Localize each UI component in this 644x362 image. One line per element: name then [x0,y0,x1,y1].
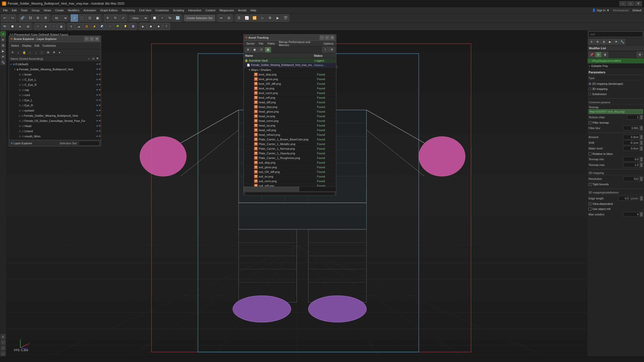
curve-editor-button[interactable]: 📈 [243,14,250,22]
sign-in-button[interactable]: 👤 Sign In ▼ [590,9,612,12]
scene-item-ceye-l[interactable]: ◎◎ C_Eye_L ❄👁 [9,77,101,82]
t2-btn13[interactable]: 🔮 [129,23,137,30]
display-btn[interactable]: 👁 [1,54,6,59]
texture-chan-down[interactable]: ▼ [640,117,643,120]
select-region-button[interactable]: ⬚ [78,14,86,22]
type-3d-radio[interactable] [589,88,591,90]
asset-menu-options[interactable]: Options [322,41,335,46]
asset-row-item[interactable]: 🖼 head_ior.png Found [244,114,336,119]
tight-bounds-checkbox[interactable] [589,183,591,186]
render-setup-button[interactable]: ⚙ [266,14,274,22]
menu-edit[interactable]: Edit [10,7,19,13]
amount-spinner[interactable]: ▲ ▼ [640,135,643,139]
motion-btn[interactable]: ▶ [1,48,6,54]
edge-length-input[interactable] [618,196,630,201]
scene-item-female-us[interactable]: ◎◎ Female_US_Soldier_Camouflage_Neutral_… [9,118,101,123]
scene-item-mouth[interactable]: ◎◎ mouth_Wom ❄👁 [9,134,101,139]
hierarchy-btn[interactable]: ⊞ [1,43,6,48]
t2-btn6[interactable]: ☁ [75,23,83,30]
asset-tb-btn1[interactable]: ⊞ [245,47,251,53]
use-object-mtl-row[interactable]: Use object mtl [589,207,643,211]
asset-row-vault[interactable]: 🔒 Autodesk Vault Logged... [244,58,336,63]
menu-scripting[interactable]: Scripting [171,7,186,13]
asset-settings-btn[interactable]: ⚙ [329,47,335,53]
obj-type4-button[interactable]: ▦ [58,23,65,30]
asset-menu-paths[interactable]: Paths [266,41,276,46]
menu-animation[interactable]: Animation [81,7,98,13]
type-2d-radio[interactable] [589,82,591,85]
asset-tb-btn3[interactable]: ⊡ [258,47,264,53]
water-level-spinner[interactable]: ▲ ▼ [640,146,643,151]
asset-row-item[interactable]: 🖼 boot_refl.png Found [244,95,336,100]
asset-scrollbar[interactable] [244,187,299,191]
scene-tb-up[interactable]: ↑ [27,50,33,55]
utilities-cmd-btn[interactable]: 🔧 [619,39,625,45]
menu-arnold[interactable]: Arnold [236,7,248,13]
amount-input[interactable] [623,135,640,139]
asset-row-item[interactable]: 🖼 suit_GR_diff.png Found [244,170,336,174]
filter-blur-up[interactable]: ▲ [640,126,643,128]
link-button[interactable]: 🔗 [19,14,26,22]
relative-bbox-checkbox[interactable] [589,153,591,155]
filter-blur-input[interactable] [623,126,640,130]
type-2d-row[interactable]: 2D mapping (landscape) [589,81,643,86]
texmap-max-down[interactable]: ▼ [640,165,643,167]
scene-item-eye-l[interactable]: ◎◎ Eye_L ❄👁 [9,98,101,103]
texmap-min-input[interactable] [623,157,640,162]
shift-input[interactable] [623,140,640,145]
asset-row-item[interactable]: 🖼 Plate_Carrier_1_Roughness.png Found [244,156,336,160]
filter-texmap-row[interactable]: Filter texmap [589,120,643,125]
asset-row-item[interactable]: 🖼 suit_disp.png Found [244,160,336,165]
menu-graph-editors[interactable]: Graph Editors [98,7,120,13]
restore-button[interactable]: □ [627,1,634,6]
scene-tb-show[interactable]: ⊞ [45,50,51,55]
layer-mgr-button[interactable]: ☰ [235,14,243,22]
close-button[interactable]: ✕ [635,1,642,6]
asset-row-item[interactable]: 🖼 boot_disp.png Found [244,72,336,77]
asset-tb-btn2[interactable]: ▣ [251,47,258,53]
select-button[interactable]: ⊹ [71,14,78,22]
t2-btn10[interactable]: ☃ [106,23,113,30]
asset-row-item[interactable]: 🖼 head_op.png Found [244,123,336,128]
max-subdivs-down[interactable]: ▼ [640,214,643,217]
asset-row-item[interactable]: 🖼 Plate_Carrier_1_Brown_BaseColor.png Fo… [244,137,336,142]
asset-row-item[interactable]: 🖼 boot_gloss.png Found [244,77,336,81]
asset-row-item[interactable]: 🖼 head_disp.png Found [244,105,336,109]
scene-item-eyelash[interactable]: ◎◎ eyelash ❄👁 [9,108,101,113]
create-selection-set-button[interactable]: Create Selection Set [184,15,215,21]
sel-filter3-button[interactable]: ◈ [17,23,24,30]
poly-btn[interactable]: ▪ [1,351,6,356]
bind-button[interactable]: ⚙ [34,14,42,22]
border-btn[interactable]: □ [1,346,6,351]
menu-file[interactable]: File [1,7,10,13]
select-all-button[interactable]: ▣ [94,14,101,22]
align-button[interactable]: ⊟ [225,14,233,22]
resolution-spinner[interactable]: ▲ ▼ [640,176,643,181]
t2-btn12[interactable]: 💡 [122,23,129,30]
texmap-min-spinner[interactable]: ▲ ▼ [640,157,643,162]
filter-blur-down[interactable]: ▼ [640,128,643,130]
edge-length-spinner[interactable]: ▲ ▼ [640,196,643,201]
type-subdiv-radio[interactable] [589,93,591,95]
resolution-down[interactable]: ▼ [640,179,643,181]
scene-tb-more[interactable]: ▸ [57,50,63,55]
edge-length-down[interactable]: ▼ [640,198,643,201]
bind2-button[interactable]: ⚙ [42,14,49,22]
scene-item-head[interactable]: ◎◎ Head ❄👁 [9,123,101,129]
t2-stop[interactable]: ⏹ [147,23,154,30]
modifier-vray-disp[interactable]: ▸ VRayDisplacementMod [588,58,644,63]
schematic-button[interactable]: 🔀 [251,14,258,22]
resolution-up[interactable]: ▲ [640,176,643,179]
redo-button[interactable]: ↪ [9,14,16,22]
t2-btn7[interactable]: 🔆 [83,23,90,30]
asset-row-item[interactable]: 🖼 head_gloss.png Found [244,109,336,114]
scene-tb-lock[interactable]: 🔒 [21,50,27,55]
view-dependent-checkbox[interactable] [589,203,591,205]
create-cmd-btn[interactable]: ✛ [589,39,594,45]
scene-item-ceye-r[interactable]: ◎◎ C_Eye_R ❄👁 [9,82,101,87]
scene-explorer-close[interactable]: ✕ [95,37,99,41]
percent-snap[interactable]: % [166,14,174,22]
asset-minimize-btn[interactable]: ─ [320,35,324,40]
create-mode-btn[interactable]: ✛ [1,31,6,37]
angle-snap[interactable]: ⚬ [159,14,166,22]
